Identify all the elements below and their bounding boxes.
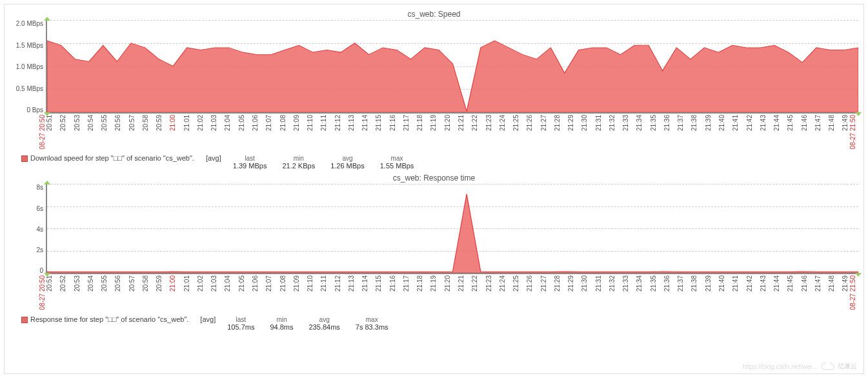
- x-tick-label: 21:04: [224, 275, 231, 292]
- x-tick-label: 20:59: [156, 275, 163, 292]
- x-tick-label: 21:30: [581, 115, 588, 131]
- y-axis: 2.0 MBps1.5 MBps1.0 MBps0.5 MBps0 Bps: [10, 20, 46, 114]
- stat-max: max1.55 MBps: [380, 155, 414, 170]
- x-tick-label: 21:06: [252, 275, 259, 292]
- x-tick-label: 21:02: [197, 115, 204, 131]
- x-tick-label: 21:43: [760, 275, 767, 292]
- stat-label: last: [233, 155, 267, 162]
- y-tick-label: 0: [39, 267, 43, 274]
- stat-value: 105.7ms: [227, 323, 254, 331]
- x-tick-label: 20:56: [114, 275, 121, 292]
- stat-label: last: [227, 316, 254, 323]
- stat-max: max7s 83.3ms: [356, 316, 389, 331]
- stat-value: 235.84ms: [309, 323, 340, 331]
- x-tick-label: 21:11: [320, 115, 327, 131]
- x-tick-label: 21:23: [485, 115, 492, 131]
- x-range-start: 08-27 20:50: [39, 115, 46, 149]
- legend-swatch-icon: [21, 317, 28, 323]
- y-tick-label: 6s: [36, 205, 43, 212]
- x-tick-label: 21:13: [348, 275, 355, 292]
- chart-title: cs_web: Speed: [10, 10, 858, 19]
- chart-title: cs_web: Response time: [10, 174, 858, 183]
- x-tick-label: 21:17: [403, 115, 410, 131]
- x-tick-label: 21:00: [169, 275, 176, 292]
- x-range-start: 08-27 20:50: [39, 275, 46, 310]
- x-axis: 20:5120:5220:5320:5420:5520:5620:5720:58…: [46, 275, 849, 310]
- x-tick-label: 21:29: [567, 275, 574, 292]
- stat-label: max: [380, 155, 414, 162]
- x-tick-label: 21:49: [842, 115, 849, 131]
- x-tick-label: 21:36: [663, 275, 671, 292]
- x-tick-label: 20:51: [46, 275, 53, 292]
- x-tick-label: 21:33: [622, 115, 629, 131]
- stat-min: min94.8ms: [270, 316, 293, 331]
- stat-label: avg: [330, 155, 365, 162]
- x-tick-label: 21:45: [787, 115, 794, 131]
- legend: Response time for step "□□" of scenario …: [21, 315, 858, 331]
- x-tick-label: 21:28: [554, 275, 561, 292]
- x-tick-label: 21:39: [705, 275, 712, 292]
- x-tick-label: 21:36: [663, 115, 671, 131]
- x-tick-label: 21:00: [169, 115, 176, 131]
- cloud-icon: [821, 362, 835, 371]
- y-tick-label: 1.0 MBps: [16, 63, 43, 70]
- series-label: Download speed for step "□□" of scenario…: [30, 154, 194, 162]
- x-tick-label: 21:14: [361, 275, 368, 292]
- x-tick-label: 21:26: [526, 115, 533, 131]
- x-tick-label: 21:33: [622, 275, 629, 292]
- y-tick-label: 1.5 MBps: [16, 42, 43, 49]
- x-tick-label: 21:27: [540, 115, 547, 131]
- stat-value: 7s 83.3ms: [356, 323, 389, 331]
- plot-area: [46, 20, 858, 114]
- watermark-url: https://blog.csdn.net/wei…: [743, 363, 818, 370]
- x-tick-label: 21:23: [485, 275, 492, 292]
- stat-value: 21.2 KBps: [282, 162, 315, 170]
- y-tick-label: 8s: [36, 184, 43, 191]
- x-tick-label: 21:25: [512, 275, 520, 292]
- x-tick-label: 21:09: [293, 115, 300, 131]
- x-tick-label: 21:49: [842, 275, 849, 292]
- x-tick-label: 21:47: [814, 115, 822, 131]
- area-series: [47, 20, 858, 112]
- x-tick-label: 21:31: [595, 115, 602, 131]
- x-tick-label: 21:06: [252, 115, 259, 131]
- x-tick-label: 21:47: [814, 275, 822, 292]
- x-tick-label: 20:57: [128, 275, 136, 292]
- stat-label: min: [282, 155, 315, 162]
- aggregation-label: [avg]: [206, 154, 221, 162]
- x-tick-label: 21:44: [773, 115, 780, 131]
- x-tick-label: 21:21: [458, 115, 465, 131]
- x-axis: 20:5120:5220:5320:5420:5520:5620:5720:58…: [46, 115, 849, 149]
- x-tick-label: 21:03: [210, 115, 217, 131]
- x-tick-label: 21:34: [636, 115, 643, 131]
- x-tick-label: 21:22: [471, 275, 478, 292]
- x-tick-label: 20:55: [101, 275, 108, 292]
- x-tick-label: 21:04: [224, 115, 231, 131]
- x-tick-label: 21:12: [334, 275, 341, 292]
- x-tick-label: 21:08: [279, 275, 287, 292]
- x-tick-label: 21:12: [334, 115, 341, 131]
- x-tick-label: 21:43: [760, 115, 767, 131]
- x-tick-label: 21:37: [677, 115, 684, 131]
- x-tick-label: 21:27: [540, 275, 547, 292]
- legend-swatch-icon: [21, 155, 28, 162]
- watermark-brand: 亿速云: [838, 362, 857, 371]
- x-tick-label: 21:09: [293, 275, 300, 292]
- x-tick-label: 21:40: [718, 115, 725, 131]
- x-tick-label: 20:53: [74, 275, 81, 292]
- monitoring-panel: cs_web: Speed2.0 MBps1.5 MBps1.0 MBps0.5…: [4, 4, 864, 374]
- x-tick-label: 20:57: [128, 115, 136, 131]
- x-tick-label: 21:26: [526, 275, 533, 292]
- area-series: [47, 184, 858, 273]
- x-tick-label: 21:16: [389, 115, 396, 131]
- stat-value: 94.8ms: [270, 323, 293, 331]
- stat-avg: avg235.84ms: [309, 316, 340, 331]
- x-tick-label: 21:38: [691, 115, 698, 131]
- x-tick-label: 21:34: [636, 275, 643, 292]
- x-tick-label: 21:15: [375, 115, 382, 131]
- x-tick-label: 21:18: [416, 275, 423, 292]
- x-tick-label: 20:53: [74, 115, 81, 131]
- x-tick-label: 21:21: [458, 275, 465, 292]
- x-tick-label: 21:45: [787, 275, 794, 292]
- x-tick-label: 21:20: [444, 115, 451, 131]
